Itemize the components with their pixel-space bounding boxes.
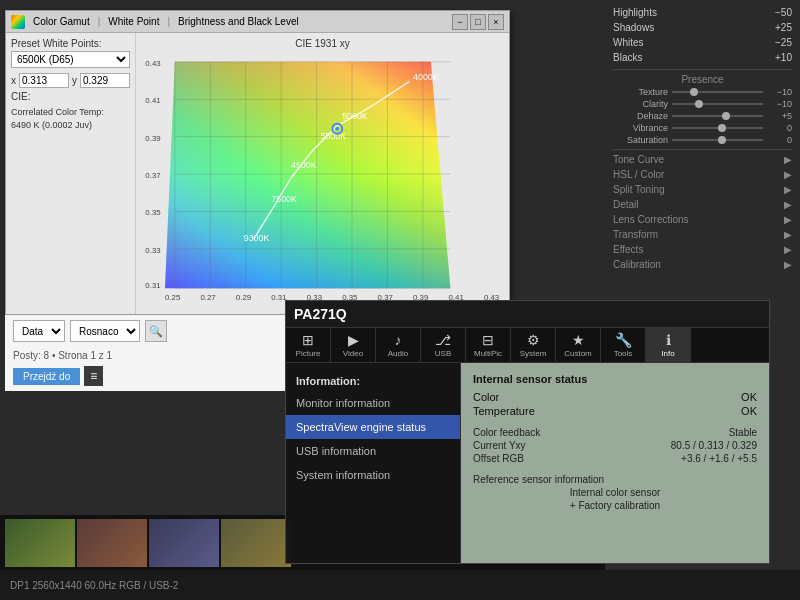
offset-rgb-row: Offset RGB +3.6 / +1.6 / +5.5 — [473, 453, 757, 464]
whites-value: −25 — [775, 37, 792, 48]
osd-menu-usb-info[interactable]: USB information — [286, 439, 460, 463]
color-status-row: Color OK — [473, 391, 757, 403]
lr-shadows-row: Shadows +25 — [613, 20, 792, 35]
osd-section-title: Information: — [286, 371, 460, 391]
osd-menu-spectraview[interactable]: SpectraView engine status — [286, 415, 460, 439]
data-nav-list-button[interactable]: ≡ — [84, 366, 103, 386]
internal-sensor-section: Internal sensor status Color OK Temperat… — [473, 373, 757, 417]
color-gamut-tab[interactable]: Color Gamut — [33, 16, 90, 27]
osd-tab-video[interactable]: ▶ Video — [331, 328, 376, 362]
dehaze-label: Dehaze — [613, 111, 668, 121]
svg-marker-1 — [165, 62, 450, 288]
brightness-tab[interactable]: Brightness and Black Level — [178, 16, 299, 27]
saturation-value: 0 — [767, 135, 792, 145]
film-thumb-3[interactable] — [149, 519, 219, 567]
svg-text:7500K: 7500K — [271, 194, 297, 204]
dehaze-slider[interactable] — [672, 115, 763, 117]
highlights-value: −50 — [775, 7, 792, 18]
clarity-slider-row: Clarity −10 — [613, 99, 792, 109]
osd-tab-custom[interactable]: ★ Custom — [556, 328, 601, 362]
system-icon: ⚙ — [527, 332, 540, 348]
clarity-value: −10 — [767, 99, 792, 109]
blacks-value: +10 — [775, 52, 792, 63]
svg-text:4500K: 4500K — [291, 160, 317, 170]
lr-blacks-row: Blacks +10 — [613, 50, 792, 65]
usb-tab-label: USB — [435, 349, 451, 358]
tone-curve-section[interactable]: Tone Curve ▶ — [613, 154, 792, 165]
data-filter2[interactable]: Rosnaco — [70, 320, 140, 342]
left-panel: Preset White Points: 6500K (D65) x y CIE… — [6, 33, 136, 314]
film-thumb-4[interactable] — [221, 519, 291, 567]
video-icon: ▶ — [348, 332, 359, 348]
maximize-button[interactable]: □ — [470, 14, 486, 30]
osd-model: PA271Q — [294, 306, 347, 322]
white-point-tab[interactable]: White Point — [108, 16, 159, 27]
data-filter1[interactable]: Data — [13, 320, 65, 342]
effects-section[interactable]: Effects ▶ — [613, 244, 792, 255]
calibration-section[interactable]: Calibration ▶ — [613, 259, 792, 270]
ref-section: Reference sensor information Internal co… — [473, 474, 757, 511]
temperature-label: Temperature — [473, 405, 535, 417]
vibrance-slider[interactable] — [672, 127, 763, 129]
highlights-label: Highlights — [613, 7, 657, 18]
clarity-slider[interactable] — [672, 103, 763, 105]
presence-label: Presence — [613, 74, 792, 85]
lens-corrections-section[interactable]: Lens Corrections ▶ — [613, 214, 792, 225]
texture-slider[interactable] — [672, 91, 763, 93]
saturation-slider[interactable] — [672, 139, 763, 141]
blacks-label: Blacks — [613, 52, 642, 63]
osd-tab-multipic[interactable]: ⊟ MultiPic — [466, 328, 511, 362]
x-input[interactable] — [19, 73, 69, 88]
osd-menu-system-info[interactable]: System information — [286, 463, 460, 487]
hsl-section[interactable]: HSL / Color ▶ — [613, 169, 792, 180]
close-button[interactable]: × — [488, 14, 504, 30]
data-search-button[interactable]: 🔍 — [145, 320, 167, 342]
svg-text:0.31: 0.31 — [145, 281, 160, 290]
custom-icon: ★ — [572, 332, 585, 348]
x-label: x — [11, 75, 16, 86]
separator: | — [98, 16, 101, 27]
system-tab-label: System — [520, 349, 547, 358]
cie-chart: 4000K 5000K 5500K 4500K 7500K 9300K 0.25… — [141, 52, 504, 303]
picture-tab-label: Picture — [296, 349, 321, 358]
data-nav-button[interactable]: Przejdź do — [13, 368, 80, 385]
osd-body: Information: Monitor information Spectra… — [286, 363, 769, 563]
y-input[interactable] — [80, 73, 130, 88]
offset-label: Offset RGB — [473, 453, 524, 464]
split-toning-section[interactable]: Split Toning ▶ — [613, 184, 792, 195]
svg-text:0.37: 0.37 — [145, 171, 160, 180]
preset-section: Preset White Points: 6500K (D65) — [11, 38, 130, 73]
audio-icon: ♪ — [395, 332, 402, 348]
saturation-slider-row: Saturation 0 — [613, 135, 792, 145]
svg-point-24 — [335, 127, 339, 131]
custom-tab-label: Custom — [564, 349, 592, 358]
svg-text:4000K: 4000K — [413, 72, 439, 82]
data-pagination: Posty: 8 • Strona 1 z 1 — [13, 350, 277, 361]
current-label: Current Yxy — [473, 440, 526, 451]
film-thumb-1[interactable] — [5, 519, 75, 567]
osd-tab-system[interactable]: ⚙ System — [511, 328, 556, 362]
osd-menu-monitor-info[interactable]: Monitor information — [286, 391, 460, 415]
preset-select[interactable]: 6500K (D65) — [11, 51, 130, 68]
correlated-temp: Correlated Color Temp: 6490 K (0.0002 Ju… — [11, 106, 130, 131]
osd-tab-usb[interactable]: ⎇ USB — [421, 328, 466, 362]
osd-tab-info[interactable]: ℹ Info — [646, 328, 691, 362]
detail-section[interactable]: Detail ▶ — [613, 199, 792, 210]
feedback-label: Color feedback — [473, 427, 540, 438]
saturation-label: Saturation — [613, 135, 668, 145]
vibrance-label: Vibrance — [613, 123, 668, 133]
osd-tab-audio[interactable]: ♪ Audio — [376, 328, 421, 362]
minimize-button[interactable]: − — [452, 14, 468, 30]
multipic-icon: ⊟ — [482, 332, 494, 348]
lr-whites-row: Whites −25 — [613, 35, 792, 50]
transform-section[interactable]: Transform ▶ — [613, 229, 792, 240]
whites-label: Whites — [613, 37, 644, 48]
osd-tab-picture[interactable]: ⊞ Picture — [286, 328, 331, 362]
osd-content: Internal sensor status Color OK Temperat… — [461, 363, 769, 563]
x-row: x y — [11, 73, 130, 88]
data-nav: Przejdź do ≡ — [13, 366, 277, 386]
resolution-text: DP1 2560x1440 60.0Hz RGB / USB-2 — [10, 580, 178, 591]
film-thumb-2[interactable] — [77, 519, 147, 567]
osd-tab-tools[interactable]: 🔧 Tools — [601, 328, 646, 362]
data-toolbar: Data Rosnaco 🔍 — [13, 320, 277, 342]
